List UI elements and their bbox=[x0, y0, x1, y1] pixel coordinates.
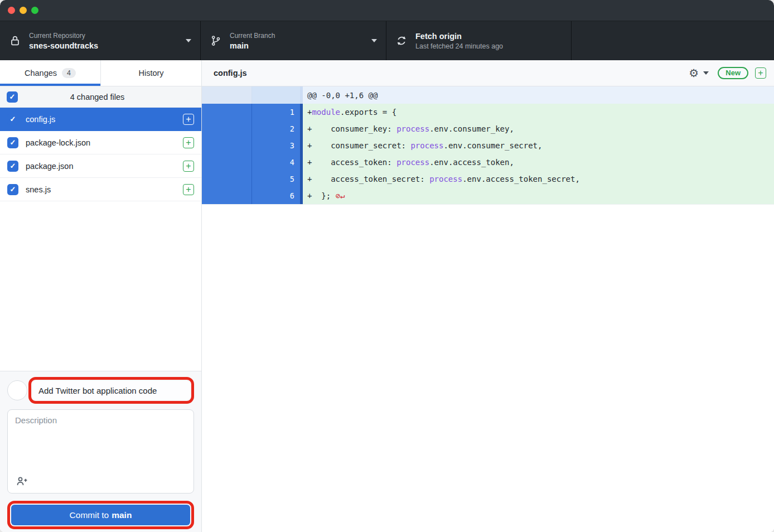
person-add-icon[interactable] bbox=[15, 475, 28, 488]
diff-gutter-old[interactable] bbox=[202, 120, 252, 137]
file-include-checkbox[interactable]: ✓ bbox=[7, 137, 18, 148]
main-content: Changes 4 History ✓ 4 changed files ✓ co… bbox=[0, 60, 774, 532]
sync-icon bbox=[395, 35, 408, 47]
diff-line[interactable]: 2 + consumer_key: process.env.consumer_k… bbox=[202, 120, 774, 137]
file-name: package.json bbox=[26, 162, 176, 171]
diff-gutter-new-line-number[interactable]: 1 bbox=[252, 104, 300, 120]
hunk-gutter-new bbox=[252, 86, 300, 104]
minimize-window-button[interactable] bbox=[20, 7, 27, 14]
diff-gutter-new-line-number[interactable]: 6 bbox=[252, 187, 300, 204]
diff-code-text: + consumer_key: process.env.consumer_key… bbox=[303, 120, 774, 137]
diff-line[interactable]: 6 + }; ⊘↵ bbox=[202, 187, 774, 204]
diff-code-text: +module.exports = { bbox=[303, 104, 774, 120]
diff-file-title: config.js bbox=[214, 69, 689, 78]
current-branch-dropdown[interactable]: Current Branch main bbox=[201, 21, 386, 60]
diff-gutter-old[interactable] bbox=[202, 154, 252, 171]
new-file-badge: New bbox=[718, 67, 748, 79]
git-branch-icon bbox=[210, 35, 222, 47]
github-desktop-window: Current Repository snes-soundtracks Curr… bbox=[0, 0, 774, 532]
repo-name: snes-soundtracks bbox=[29, 41, 180, 50]
diff-line[interactable]: 3 + consumer_secret: process.env.consume… bbox=[202, 137, 774, 154]
commit-button-prefix: Commit to bbox=[70, 510, 109, 520]
diff-line[interactable]: 1 +module.exports = { bbox=[202, 104, 774, 120]
diff-line[interactable]: 5 + access_token_secret: process.env.acc… bbox=[202, 171, 774, 187]
commit-summary-row bbox=[7, 377, 194, 404]
tab-history[interactable]: History bbox=[100, 60, 201, 86]
changed-file-row[interactable]: ✓ config.js + bbox=[0, 108, 201, 131]
changed-files-count: 4 changed files bbox=[18, 93, 195, 101]
toolbar-spacer bbox=[572, 21, 774, 60]
tab-history-label: History bbox=[138, 69, 163, 78]
tab-changes-label: Changes bbox=[25, 69, 57, 78]
changes-count-badge: 4 bbox=[62, 68, 76, 78]
titlebar bbox=[0, 0, 774, 21]
file-include-checkbox[interactable]: ✓ bbox=[7, 184, 18, 195]
sidebar-spacer bbox=[0, 201, 201, 371]
diff-code-text: + access_token_secret: process.env.acces… bbox=[303, 171, 774, 187]
diff-gutter-old[interactable] bbox=[202, 187, 252, 204]
commit-summary-input[interactable] bbox=[32, 381, 190, 400]
plus-square-icon[interactable]: + bbox=[183, 137, 194, 148]
tab-changes[interactable]: Changes 4 bbox=[0, 60, 100, 86]
diff-code-text: + access_token: process.env.access_token… bbox=[303, 154, 774, 171]
changes-sidebar: Changes 4 History ✓ 4 changed files ✓ co… bbox=[0, 60, 202, 532]
file-include-checkbox[interactable]: ✓ bbox=[7, 114, 18, 125]
changed-file-row[interactable]: ✓ snes.js + bbox=[0, 178, 201, 201]
diff-pane: config.js ⚙ New + @@ -0,0 +1,6 @@ 1 +mod… bbox=[202, 60, 774, 532]
changed-file-row[interactable]: ✓ package.json + bbox=[0, 154, 201, 178]
branch-label: Current Branch bbox=[230, 32, 366, 40]
file-name: config.js bbox=[26, 115, 176, 124]
commit-panel: Commit to main bbox=[0, 371, 201, 532]
lock-icon bbox=[9, 35, 21, 47]
commit-button-highlight-annotation: Commit to main bbox=[7, 501, 194, 529]
sidebar-tabbar: Changes 4 History bbox=[0, 60, 201, 86]
diff-empty-area bbox=[202, 204, 774, 532]
select-all-checkbox[interactable]: ✓ bbox=[7, 91, 18, 103]
gear-icon[interactable]: ⚙ bbox=[689, 67, 699, 79]
commit-button[interactable]: Commit to main bbox=[11, 505, 190, 525]
diff-lines: 1 +module.exports = { 2 + consumer_key: … bbox=[202, 104, 774, 204]
commit-description-input[interactable] bbox=[15, 415, 186, 468]
commit-description-box bbox=[7, 409, 194, 494]
close-window-button[interactable] bbox=[8, 7, 15, 14]
repo-label: Current Repository bbox=[29, 32, 180, 40]
hunk-gutter-old bbox=[202, 86, 252, 104]
diff-gutter-old[interactable] bbox=[202, 171, 252, 187]
current-repository-dropdown[interactable]: Current Repository snes-soundtracks bbox=[0, 21, 201, 60]
diff-gutter-old[interactable] bbox=[202, 137, 252, 154]
diff-line[interactable]: 4 + access_token: process.env.access_tok… bbox=[202, 154, 774, 171]
file-include-checkbox[interactable]: ✓ bbox=[7, 161, 18, 172]
diff-code-text: + consumer_secret: process.env.consumer_… bbox=[303, 137, 774, 154]
diff-body: @@ -0,0 +1,6 @@ 1 +module.exports = { 2 … bbox=[202, 86, 774, 532]
commit-button-branch: main bbox=[112, 510, 132, 520]
plus-square-icon[interactable]: + bbox=[183, 161, 194, 172]
summary-highlight-annotation bbox=[28, 377, 194, 404]
diff-gutter-old[interactable] bbox=[202, 104, 252, 120]
avatar bbox=[7, 380, 27, 400]
file-name: snes.js bbox=[26, 185, 176, 194]
file-name: package-lock.json bbox=[26, 138, 176, 147]
changed-file-list: ✓ config.js + ✓ package-lock.json + ✓ pa… bbox=[0, 108, 201, 201]
chevron-down-icon bbox=[186, 39, 191, 42]
diff-gutter-new-line-number[interactable]: 5 bbox=[252, 171, 300, 187]
zoom-window-button[interactable] bbox=[31, 7, 38, 14]
plus-square-icon[interactable]: + bbox=[183, 114, 194, 125]
chevron-down-icon bbox=[371, 39, 377, 42]
plus-square-icon[interactable]: + bbox=[183, 184, 194, 195]
changed-files-header: ✓ 4 changed files bbox=[0, 86, 201, 108]
fetch-subtitle: Last fetched 24 minutes ago bbox=[415, 42, 562, 50]
diff-gutter-new-line-number[interactable]: 2 bbox=[252, 120, 300, 137]
diff-gutter-new-line-number[interactable]: 4 bbox=[252, 154, 300, 171]
fetch-origin-button[interactable]: Fetch origin Last fetched 24 minutes ago bbox=[386, 21, 572, 60]
toolbar: Current Repository snes-soundtracks Curr… bbox=[0, 21, 774, 60]
changed-file-row[interactable]: ✓ package-lock.json + bbox=[0, 131, 201, 154]
hunk-header-text: @@ -0,0 +1,6 @@ bbox=[303, 86, 774, 104]
diff-code-text: + }; ⊘↵ bbox=[303, 187, 774, 204]
fetch-title: Fetch origin bbox=[415, 32, 562, 41]
diff-header: config.js ⚙ New + bbox=[202, 60, 774, 86]
diff-gutter-new-line-number[interactable]: 3 bbox=[252, 137, 300, 154]
diff-hunk-header: @@ -0,0 +1,6 @@ bbox=[202, 86, 774, 104]
plus-square-icon[interactable]: + bbox=[755, 67, 766, 79]
chevron-down-icon[interactable] bbox=[703, 71, 709, 75]
branch-name: main bbox=[230, 41, 366, 50]
